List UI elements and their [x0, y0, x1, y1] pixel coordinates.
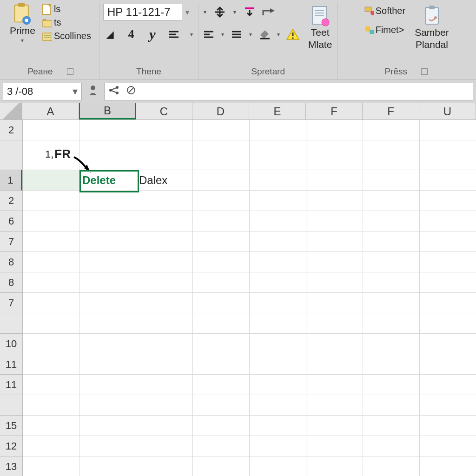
cell[interactable] [250, 252, 306, 272]
cell[interactable] [193, 395, 250, 416]
align-justify-icon[interactable] [230, 30, 243, 39]
cell[interactable] [136, 231, 193, 252]
cell[interactable] [79, 375, 136, 395]
dropdown-icon[interactable]: ▾ [232, 9, 238, 15]
row-header[interactable]: 1 [0, 170, 22, 191]
warning-icon[interactable] [286, 28, 300, 40]
cell[interactable] [193, 456, 250, 476]
dropdown-icon[interactable]: ▾ [220, 31, 225, 38]
cell[interactable] [306, 211, 363, 231]
ls-button[interactable]: ls [40, 3, 93, 15]
cell[interactable] [363, 140, 420, 170]
cell[interactable] [79, 252, 136, 272]
cell[interactable] [363, 416, 420, 436]
cell[interactable] [306, 191, 363, 211]
cell[interactable] [306, 416, 363, 436]
row-header[interactable]: 8 [0, 272, 22, 293]
cell[interactable] [23, 191, 79, 211]
dropdown-icon[interactable]: ▾ [248, 31, 253, 38]
cell[interactable] [136, 140, 193, 170]
cell[interactable] [420, 272, 476, 293]
cell[interactable] [250, 293, 306, 313]
cell[interactable] [136, 354, 193, 375]
cell[interactable] [79, 191, 136, 211]
cell[interactable] [193, 140, 250, 170]
cell[interactable] [23, 211, 79, 231]
cell[interactable] [363, 456, 420, 476]
scollines-button[interactable]: Scollines [40, 30, 93, 42]
cell[interactable] [363, 375, 420, 395]
cell[interactable] [79, 272, 136, 293]
row-header[interactable] [0, 313, 22, 334]
row-header[interactable]: 13 [0, 456, 22, 476]
cell[interactable] [136, 211, 193, 231]
dropdown-icon[interactable]: ▾ [276, 31, 281, 38]
column-header[interactable]: U [419, 103, 476, 119]
cell[interactable] [193, 252, 250, 272]
cell[interactable] [420, 395, 476, 416]
row-header[interactable]: 7 [0, 293, 22, 313]
cell[interactable] [306, 375, 363, 395]
cell[interactable] [193, 334, 250, 354]
cell[interactable] [306, 272, 363, 293]
row-header[interactable]: 15 [0, 416, 22, 436]
row-header[interactable]: 6 [0, 211, 22, 231]
cell[interactable] [79, 293, 136, 313]
cell[interactable] [193, 436, 250, 456]
dropdown-icon[interactable]: ▾ [184, 8, 191, 17]
cell[interactable] [79, 395, 136, 416]
cell[interactable] [193, 416, 250, 436]
cell[interactable] [363, 293, 420, 313]
cell[interactable] [250, 436, 306, 456]
cell[interactable] [363, 436, 420, 456]
select-all-corner[interactable] [0, 103, 22, 119]
cell[interactable] [306, 170, 363, 191]
align-button[interactable] [167, 30, 180, 39]
cell[interactable] [136, 456, 193, 476]
cell[interactable] [363, 354, 420, 375]
cell[interactable] [79, 416, 136, 436]
cell[interactable] [193, 293, 250, 313]
cell[interactable] [136, 334, 193, 354]
cell[interactable] [23, 293, 79, 313]
column-header[interactable]: F [306, 103, 363, 119]
y-button[interactable]: y [146, 26, 159, 42]
cell[interactable] [420, 191, 476, 211]
ts-button[interactable]: ts [40, 16, 93, 29]
bold-button[interactable]: ◢ [103, 29, 116, 40]
cell[interactable] [363, 395, 420, 416]
cell[interactable] [136, 293, 193, 313]
cell[interactable] [363, 170, 420, 191]
row-header[interactable]: 7 [0, 231, 22, 252]
cell[interactable] [363, 231, 420, 252]
cells-area[interactable]: DeleteDalex 1, FR [23, 120, 476, 476]
cell[interactable] [23, 375, 79, 395]
cell[interactable] [420, 231, 476, 252]
column-header[interactable]: B [79, 103, 136, 119]
row-header[interactable]: 2 [0, 191, 22, 211]
cell[interactable] [79, 211, 136, 231]
cell[interactable] [306, 334, 363, 354]
cell[interactable] [79, 334, 136, 354]
name-box[interactable]: 3 /-08 ▾ [3, 83, 82, 100]
cell[interactable] [79, 354, 136, 375]
align-left-icon[interactable] [202, 30, 215, 39]
cell[interactable] [306, 395, 363, 416]
cell[interactable] [23, 120, 79, 140]
row-header[interactable]: 11 [0, 375, 22, 395]
cell[interactable] [306, 293, 363, 313]
cell[interactable] [420, 252, 476, 272]
cell[interactable] [23, 354, 79, 375]
cell[interactable] [250, 120, 306, 140]
column-header[interactable]: D [192, 103, 249, 119]
cell[interactable] [420, 140, 476, 170]
cell[interactable] [250, 272, 306, 293]
row-header[interactable] [0, 395, 22, 416]
cell[interactable] [250, 416, 306, 436]
cell[interactable] [193, 354, 250, 375]
column-header[interactable]: C [136, 103, 192, 119]
cell[interactable] [136, 313, 193, 334]
fimet-button[interactable]: Fimet> [362, 24, 407, 36]
cell[interactable] [420, 456, 476, 476]
cell[interactable] [363, 272, 420, 293]
